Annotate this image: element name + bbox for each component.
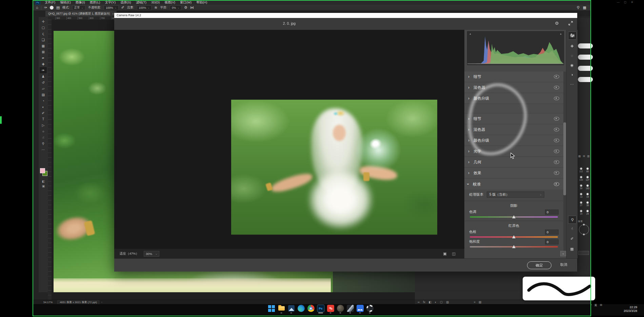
close-icon[interactable]: ✕ — [631, 1, 633, 4]
brush-preset[interactable]: 60 — [584, 167, 591, 175]
tool-button[interactable]: ▷ — [40, 122, 47, 128]
tool-button[interactable]: ✛ — [40, 18, 47, 24]
eye-icon[interactable] — [554, 128, 559, 132]
maximize-icon[interactable]: ▢ — [624, 1, 627, 4]
tool-button[interactable]: ▱ — [40, 85, 47, 92]
menu-item[interactable]: 图像(I) — [73, 0, 87, 5]
tool-button[interactable]: ✚ — [40, 61, 47, 67]
mask-icon[interactable]: ◧ — [429, 300, 431, 304]
brush-preset[interactable]: 14 — [578, 209, 584, 218]
menu-item[interactable]: 滤镜(T) — [134, 0, 149, 5]
tool-button[interactable]: ◔ — [40, 98, 47, 104]
document-tab[interactable]: QHQ_0677.jpg @ 41% (调整图层 1, 图层蒙版/8) × — [45, 11, 117, 17]
masking-icon[interactable]: ◌ — [566, 54, 578, 58]
opacity-select[interactable]: 100%⌄ — [104, 5, 119, 10]
eye-icon[interactable] — [554, 117, 559, 121]
tool-button[interactable]: ▢ — [40, 24, 47, 31]
tint-value-field[interactable]: 0 — [545, 210, 559, 215]
camera-app-button[interactable] — [337, 305, 344, 312]
blue-app-button[interactable] — [357, 305, 364, 312]
zoom-level-select[interactable]: 30% ⌄ — [144, 251, 159, 257]
workspace-icon[interactable]: ▦ — [583, 6, 586, 9]
menu-item[interactable]: 3D(D) — [149, 0, 162, 5]
panel-section-collapsed[interactable]: › 细节 — [464, 72, 563, 82]
foreground-color-swatch[interactable] — [40, 168, 45, 173]
trash-icon[interactable]: ▥ — [587, 155, 590, 158]
grid-overlay-icon[interactable]: ▦ — [566, 247, 578, 251]
eye-icon[interactable] — [554, 139, 559, 142]
gear-icon[interactable]: ⚙ — [555, 21, 559, 26]
slider-thumb[interactable] — [512, 215, 516, 218]
airbrush-icon[interactable]: ≋ — [154, 6, 157, 9]
process-version-select[interactable]: 5 版（当前） ⌄ — [487, 192, 544, 198]
slider-thumb[interactable] — [512, 245, 516, 248]
panel-section-collapsed[interactable]: › 效果 — [464, 168, 563, 178]
hand-tool-icon[interactable]: ☝ — [566, 226, 578, 231]
image-preview-area[interactable] — [114, 30, 464, 249]
tool-button[interactable]: ♟ — [40, 73, 47, 79]
screen-mode-icons[interactable]: ◧▣ — [40, 179, 47, 189]
edge-button[interactable] — [298, 305, 305, 312]
menu-icon[interactable]: ≡ — [474, 300, 476, 304]
snapshots-icon[interactable]: ◑ — [566, 73, 578, 77]
brush-stroke-preview[interactable] — [578, 55, 593, 60]
mode-select[interactable]: 正常⌄ — [72, 5, 85, 10]
histogram[interactable]: ▲ ▲ — [467, 31, 564, 65]
ime-indicator[interactable]: 英 — [595, 303, 597, 307]
before-after-icon[interactable]: ◫ — [452, 252, 456, 256]
eye-icon[interactable] — [554, 97, 559, 100]
zoom-tool-icon[interactable]: ⚲ — [568, 216, 577, 224]
home-icon[interactable]: ⌂ — [36, 6, 38, 9]
saturation-slider[interactable] — [470, 246, 558, 247]
ok-button[interactable]: 确定 — [527, 261, 551, 269]
dialog-title-bar[interactable]: Camera Raw 14.2 — [114, 13, 577, 18]
brush-preset[interactable]: 100 — [578, 175, 584, 184]
brush-preset[interactable]: 127 — [584, 175, 591, 184]
gear-icon[interactable]: ⚙ — [184, 6, 187, 9]
tool-button[interactable]: ✑ — [40, 67, 47, 73]
brush-preset[interactable]: 24 — [584, 209, 591, 218]
tool-button[interactable]: T — [40, 116, 47, 122]
tool-button[interactable]: ◐ — [40, 104, 47, 110]
panel-toggle-icon[interactable]: ▤ — [56, 6, 60, 9]
eye-icon[interactable] — [554, 86, 559, 90]
tool-button[interactable]: ○ — [40, 128, 47, 134]
menu-item[interactable]: 编辑(E) — [58, 0, 73, 5]
brush-preset[interactable]: 183 — [584, 184, 591, 192]
tool-button[interactable]: ς — [40, 31, 47, 37]
red-app-button[interactable] — [327, 305, 334, 312]
saturation-value-field[interactable]: 0 — [545, 239, 559, 244]
healing-icon[interactable]: ✚ — [566, 44, 578, 48]
touch-keyboard-icon[interactable]: ⊡ — [600, 303, 602, 307]
photoshop-button[interactable]: Ps — [317, 305, 324, 312]
sharpen-tool-icon[interactable]: ✐ — [566, 237, 578, 241]
menu-item[interactable]: 图层(L) — [87, 0, 103, 5]
eye-icon[interactable] — [554, 182, 559, 186]
photos-button[interactable] — [288, 305, 295, 312]
group-icon[interactable]: ▢ — [440, 300, 443, 304]
preview-toggle-icon[interactable]: ▣ — [443, 252, 446, 256]
eye-icon[interactable] — [554, 171, 559, 175]
taskbar-clock[interactable]: 22:29 2023/3/28 — [606, 305, 637, 313]
brush-preset[interactable]: 19 — [584, 192, 591, 201]
brush-preset[interactable]: 27 — [578, 201, 584, 209]
link-icon[interactable]: ∞ — [418, 300, 420, 304]
eye-icon[interactable] — [554, 150, 559, 153]
adjustment-icon[interactable]: ◐ — [435, 300, 437, 304]
file-explorer-button[interactable] — [278, 305, 285, 312]
brush-preset[interactable]: 59 — [578, 184, 584, 192]
more-icon[interactable]: ⋯ — [566, 82, 578, 86]
menu-item[interactable]: 窗口(W) — [178, 0, 194, 5]
fx-icon[interactable]: fx — [423, 300, 425, 304]
trash-icon[interactable]: ▥ — [446, 300, 449, 304]
tool-button[interactable]: ↺ — [40, 79, 47, 85]
status-arrow-icon[interactable]: › — [101, 301, 102, 304]
tool-button[interactable]: ▦ — [40, 43, 47, 49]
tool-button[interactable]: ▨ — [40, 92, 47, 98]
status-zoom-level[interactable]: 54.17% — [43, 301, 53, 304]
scrollbar-thumb[interactable] — [563, 122, 566, 195]
tool-button[interactable]: ☝ — [40, 134, 47, 140]
brush-preset[interactable]: 13 — [578, 192, 584, 201]
minimize-icon[interactable]: — — [617, 1, 620, 4]
calibration-header[interactable]: › 校准 — [464, 179, 563, 190]
